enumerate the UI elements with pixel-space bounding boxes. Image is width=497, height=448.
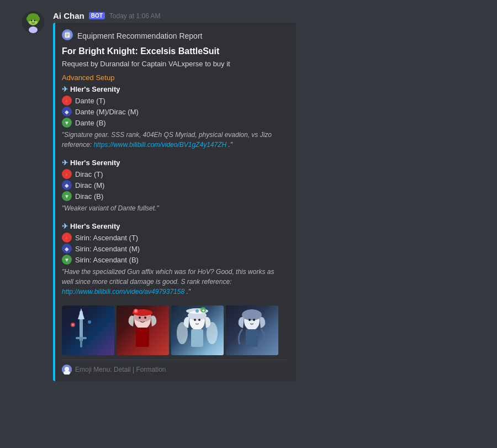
gear-set-1: ✈ Hler's Serenity 🔺 Dante (T) ◆ Dante (M…	[62, 85, 287, 150]
gear-set-2: ✈ Hler's Serenity 🔺 Dirac (T) ◆ Dirac (M…	[62, 159, 287, 213]
svg-point-29	[135, 310, 137, 312]
svg-point-45	[253, 319, 255, 321]
section-label: Advanced Setup	[62, 73, 287, 82]
wind-icon-3: ✈	[62, 222, 68, 230]
top-badge-1: 🔺	[62, 96, 72, 106]
embed-header-title: Equipment Recommendation Report	[77, 31, 202, 40]
svg-point-7	[34, 20, 36, 22]
svg-rect-17	[76, 337, 87, 339]
svg-point-34	[198, 319, 200, 321]
mid-badge-2: ◆	[62, 180, 72, 190]
svg-point-44	[248, 319, 251, 321]
svg-rect-32	[191, 329, 203, 347]
top-badge-2: 🔺	[62, 169, 72, 179]
wind-icon-1: ✈	[62, 85, 68, 93]
svg-point-6	[31, 20, 33, 22]
svg-rect-24	[136, 328, 149, 347]
svg-rect-14	[66, 36, 68, 36]
svg-point-5	[35, 16, 40, 22]
svg-point-20	[72, 324, 74, 326]
gear-set-3-note: "Have the specialized Gun affix which wa…	[62, 267, 287, 297]
gear-set-1-bot: ▼ Dante (B)	[62, 118, 287, 128]
weapon-image	[62, 305, 114, 355]
svg-rect-18	[80, 339, 82, 347]
embed-footer: Emoji Menu: Detail | Formation	[62, 360, 287, 375]
gear-set-2-mid: ◆ Dirac (M)	[62, 180, 287, 190]
gear-set-2-weapon: ✈ Hler's Serenity	[62, 159, 287, 167]
embed-subtitle: Request by Durandal for Captain VALxpers…	[62, 60, 287, 68]
svg-point-37	[207, 322, 218, 344]
character-image-2	[117, 305, 169, 355]
svg-point-21	[88, 320, 91, 324]
mid-badge-3: ◆	[62, 244, 72, 254]
gear-set-1-link[interactable]: https://www.bilibili.com/video/BV1gZ4y14…	[93, 141, 226, 149]
footer-text: Emoji Menu: Detail | Formation	[75, 366, 166, 373]
gear-set-3-bot: ▼ Sirin: Ascendant (B)	[62, 255, 287, 265]
gear-set-3-mid: ◆ Sirin: Ascendant (M)	[62, 244, 287, 254]
embed-header-icon	[62, 29, 73, 42]
gear-set-3-weapon: ✈ Hler's Serenity	[62, 222, 287, 230]
svg-text:✦: ✦	[202, 308, 205, 313]
gear-set-2-top: 🔺 Dirac (T)	[62, 169, 287, 179]
svg-point-42	[242, 309, 262, 320]
svg-point-4	[27, 16, 31, 22]
svg-point-26	[144, 317, 146, 319]
embed-main-title: For Bright Knight: Excelsis BattleSuit	[62, 46, 287, 56]
gear-set-2-note: "Weaker variant of Dante fullset."	[62, 203, 287, 213]
message-timestamp: Today at 1:06 AM	[109, 12, 161, 20]
embed-card: Equipment Recommendation Report For Brig…	[53, 23, 296, 381]
avatar	[22, 11, 44, 33]
svg-point-8	[29, 27, 38, 33]
svg-marker-16	[78, 308, 84, 319]
bot-badge-3: ▼	[62, 255, 72, 265]
top-badge-3: 🔺	[62, 233, 72, 243]
gear-set-1-weapon: ✈ Hler's Serenity	[62, 85, 287, 93]
character-image-4	[226, 305, 278, 355]
bot-badge-1: ▼	[62, 118, 72, 128]
gear-set-1-mid: ◆ Dante (M)/Dirac (M)	[62, 107, 287, 117]
gear-set-1-note: "Signature gear. SSS rank, 404Eh QS Myri…	[62, 130, 287, 150]
svg-point-36	[177, 322, 188, 344]
message-container: Ai Chan BOT Today at 1:06 AM Eq	[0, 0, 497, 392]
svg-point-25	[139, 317, 141, 319]
svg-point-38	[195, 309, 199, 313]
gear-set-2-bot: ▼ Dirac (B)	[62, 191, 287, 201]
footer-icon	[62, 365, 72, 375]
bot-username: Ai Chan	[53, 11, 84, 20]
gear-set-3: ✈ Hler's Serenity 🔺 Sirin: Ascendant (T)…	[62, 222, 287, 297]
svg-point-33	[194, 319, 196, 321]
embed-header: Equipment Recommendation Report	[62, 29, 287, 42]
svg-point-47	[65, 367, 69, 371]
gear-set-3-top: 🔺 Sirin: Ascendant (T)	[62, 233, 287, 243]
bot-badge-2: ▼	[62, 191, 72, 201]
svg-rect-13	[66, 35, 69, 35]
gear-set-3-link[interactable]: http://www.bilibili.com/video/av49793715…	[62, 288, 184, 296]
svg-rect-43	[246, 329, 258, 347]
character-images-row: ✦	[62, 305, 287, 355]
wind-icon-2: ✈	[62, 159, 68, 167]
message-body: Ai Chan BOT Today at 1:06 AM Eq	[53, 11, 318, 381]
mid-badge-1: ◆	[62, 107, 72, 117]
character-image-3: ✦	[171, 305, 224, 355]
bot-badge: BOT	[89, 12, 105, 19]
svg-rect-12	[66, 34, 69, 34]
gear-set-1-top: 🔺 Dante (T)	[62, 96, 287, 106]
message-header: Ai Chan BOT Today at 1:06 AM	[53, 11, 318, 20]
